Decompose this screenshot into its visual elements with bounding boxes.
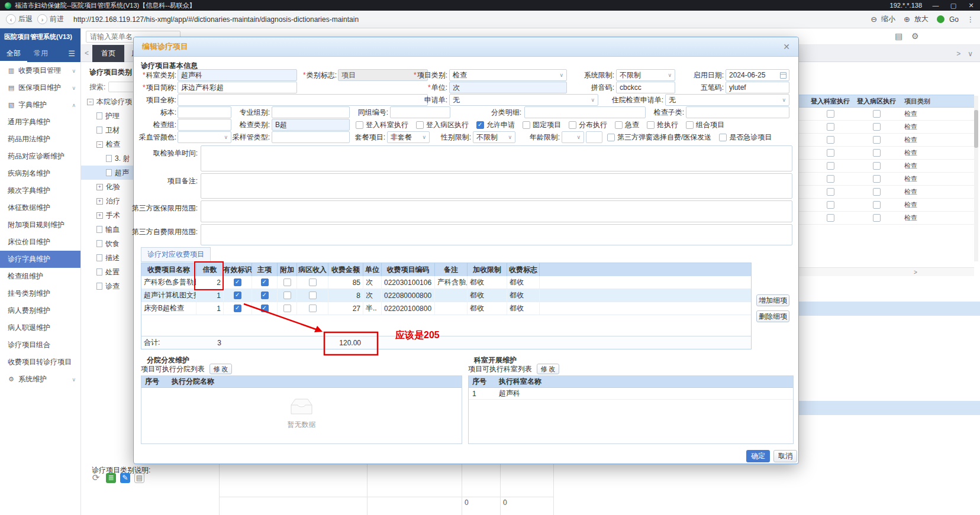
checkbox[interactable] <box>827 201 834 209</box>
ward-income-checkbox[interactable] <box>309 291 317 299</box>
vertical-scrollbar[interactable] <box>974 96 978 261</box>
checkbox-option[interactable]: 固定项目 <box>523 120 561 130</box>
more-menu-icon[interactable]: ⋮ <box>967 15 974 24</box>
cancel-button[interactable]: 取消 <box>773 450 797 462</box>
table-row[interactable]: 检查 <box>799 147 974 160</box>
dept-category-input[interactable]: 超声科 <box>178 69 297 81</box>
sidebar-menu-item[interactable]: 检查组维护 <box>0 268 80 285</box>
sidebar-menu-group[interactable]: ▧ 字典维护 ∧ <box>0 96 80 114</box>
valid-checkbox[interactable] <box>234 305 241 312</box>
modify-button[interactable]: 修 改 <box>537 364 559 374</box>
scrollbar-thumb[interactable] <box>974 110 978 148</box>
checkbox[interactable] <box>476 121 484 129</box>
back-button[interactable]: ‹ 后退 <box>6 14 33 24</box>
table-row[interactable]: 检查 <box>799 108 974 121</box>
sidebar-menu-group[interactable]: ⚙ 系统维护 ∨ <box>0 371 80 388</box>
extra-checkbox[interactable] <box>283 291 291 299</box>
checkbox-option[interactable]: 允许申请 <box>476 120 515 130</box>
full-name-input[interactable] <box>178 94 428 106</box>
prof-group-input[interactable] <box>272 106 350 118</box>
sidebar-menu-item[interactable]: 附加项目规则维护 <box>0 216 80 234</box>
unit-input[interactable]: 次 <box>449 82 567 93</box>
checkbox-option[interactable]: 分布执行 <box>569 120 607 130</box>
check-subclass-input[interactable] <box>686 106 789 118</box>
sidebar-menu-item[interactable]: 病人费别维护 <box>0 302 80 319</box>
checkbox-option[interactable]: 登入科室执行 <box>356 120 408 130</box>
sidebar-menu-item[interactable]: 疾病别名维护 <box>0 165 80 182</box>
item-category-select[interactable]: 检查 <box>449 69 567 81</box>
gear-icon[interactable]: ⚙ <box>911 31 919 41</box>
fee-items-tab[interactable]: 诊疗对应收费项目 <box>141 247 211 262</box>
close-icon[interactable]: ✕ <box>967 2 975 9</box>
pinyin-input[interactable]: cbckcc <box>616 82 675 93</box>
checkbox[interactable] <box>827 188 834 196</box>
lab-time-textarea[interactable] <box>201 145 792 171</box>
checkbox[interactable] <box>873 201 881 209</box>
zoom-out-button[interactable]: ⊖ 缩小 <box>871 14 895 24</box>
sidebar-menu-item[interactable]: 病人职退维护 <box>0 319 80 336</box>
third-insurance-range-textarea[interactable] <box>201 200 792 222</box>
table-row[interactable]: 检查 <box>799 212 974 225</box>
checkbox-option[interactable]: 第三方弹窗选择自费/医保发送 <box>607 132 711 142</box>
checkbox[interactable] <box>523 121 530 129</box>
address-url[interactable]: http://192.168.119.127/his-xmgl/app/#/di… <box>73 15 359 24</box>
expand-icon[interactable] <box>96 198 103 205</box>
hamburger-icon[interactable]: ☰ <box>68 49 80 58</box>
checkbox[interactable] <box>873 149 881 157</box>
sidebar-menu-item[interactable]: 通用字典维护 <box>0 114 80 131</box>
forward-button[interactable]: › 前进 <box>37 14 64 24</box>
table-row[interactable]: 检查 <box>799 160 974 173</box>
group-no-input[interactable] <box>390 106 450 118</box>
checkbox-option[interactable]: 登入病区执行 <box>416 120 469 130</box>
sidebar-tab-common[interactable]: 常用 <box>27 45 54 62</box>
calendar-icon[interactable] <box>780 72 786 79</box>
inpatient-apply-select[interactable]: 无 <box>665 94 789 106</box>
system-limit-select[interactable]: 不限制 <box>616 69 675 81</box>
remove-detail-button[interactable]: 删除细项 <box>756 310 789 322</box>
remark-textarea[interactable] <box>201 173 792 199</box>
chevron-right-icon[interactable]: > <box>956 50 960 58</box>
checkbox[interactable] <box>873 110 881 118</box>
expand-icon[interactable] <box>96 212 103 219</box>
sidebar-menu-item[interactable]: 体征数据维护 <box>0 199 80 216</box>
chevron-right-icon[interactable]: > <box>911 268 920 276</box>
table-row[interactable]: 检查 <box>799 173 974 186</box>
sidebar-menu-item[interactable]: 挂号类别维护 <box>0 285 80 302</box>
checkbox[interactable] <box>873 214 881 222</box>
main-checkbox[interactable] <box>261 278 269 286</box>
sidebar-menu-item[interactable]: 药品对应诊断维护 <box>0 148 80 165</box>
blood-tube-color-select[interactable] <box>178 131 231 143</box>
checkbox[interactable] <box>686 121 694 129</box>
sidebar-menu-item[interactable]: 频次字典维护 <box>0 182 80 199</box>
sidebar-menu-item-selected[interactable]: 诊疗字典维护 <box>0 251 80 268</box>
maximize-icon[interactable]: ▢ <box>949 2 958 9</box>
minimize-icon[interactable]: — <box>931 2 940 9</box>
specimen-input[interactable] <box>178 106 231 118</box>
sidebar-tab-all[interactable]: 全部 <box>0 45 27 62</box>
table-row[interactable]: 1 超声科 <box>469 388 793 400</box>
sidebar-menu-group[interactable]: ▤ 医保项目维护 ∨ <box>0 79 80 96</box>
book-icon[interactable]: ▤ <box>895 31 902 41</box>
ward-income-checkbox[interactable] <box>309 305 317 312</box>
age-limit-select[interactable] <box>562 131 584 143</box>
checkbox[interactable] <box>827 123 834 131</box>
checkbox-option[interactable]: 抢执行 <box>647 120 678 130</box>
checkbox-option[interactable]: 急查 <box>615 120 639 130</box>
checkbox[interactable] <box>827 136 834 144</box>
class-detail-input[interactable] <box>524 106 646 118</box>
checkbox[interactable] <box>356 121 363 129</box>
checkbox[interactable] <box>607 134 615 141</box>
checkbox-option[interactable]: 是否急诊项目 <box>719 132 772 142</box>
valid-checkbox[interactable] <box>234 278 241 286</box>
checkbox[interactable] <box>873 175 881 183</box>
zoom-in-button[interactable]: ⊕ 放大 <box>904 14 929 24</box>
sample-tube-type-input[interactable] <box>272 131 350 143</box>
checkbox[interactable] <box>416 121 424 129</box>
checkbox[interactable] <box>615 121 623 129</box>
valid-checkbox[interactable] <box>234 291 241 299</box>
check-category-input[interactable]: B超 <box>272 119 350 131</box>
chevron-down-icon[interactable]: ∨ <box>968 50 973 58</box>
go-button[interactable]: Go <box>937 15 959 24</box>
collapse-icon[interactable] <box>87 99 94 105</box>
modify-button[interactable]: 修 改 <box>209 364 232 374</box>
